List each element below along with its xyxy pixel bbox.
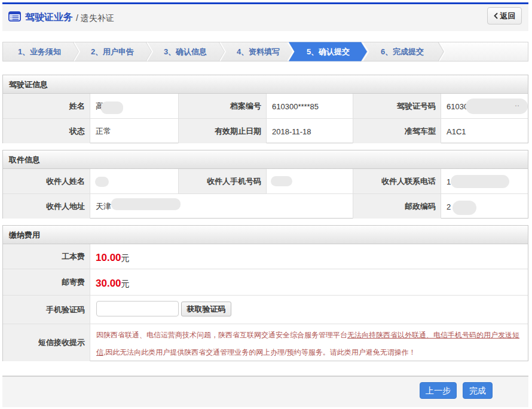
svg-text:3、确认信息: 3、确认信息	[164, 47, 207, 56]
svg-text:5、确认提交: 5、确认提交	[307, 47, 350, 56]
svg-text:2、用户申告: 2、用户申告	[91, 47, 134, 56]
svg-text:6、完成提交: 6、完成提交	[381, 47, 424, 56]
svg-text:4、资料填写: 4、资料填写	[237, 47, 280, 56]
svg-text:1、业务须知: 1、业务须知	[18, 47, 61, 56]
